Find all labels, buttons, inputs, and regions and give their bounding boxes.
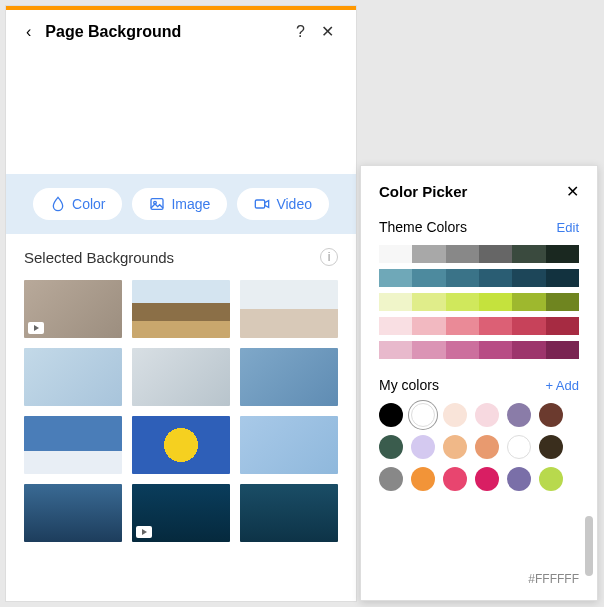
selected-backgrounds-label: Selected Backgrounds xyxy=(24,249,174,266)
theme-swatch[interactable] xyxy=(412,245,445,263)
my-colors-section: My colors + Add xyxy=(379,377,579,491)
background-thumb[interactable] xyxy=(24,484,122,542)
theme-swatch[interactable] xyxy=(512,317,545,335)
tab-video[interactable]: Video xyxy=(237,188,329,220)
background-thumb[interactable] xyxy=(132,416,230,474)
selected-backgrounds-header: Selected Backgrounds i xyxy=(6,234,356,280)
my-colors-grid xyxy=(379,403,579,491)
theme-swatch[interactable] xyxy=(412,341,445,359)
color-swatch[interactable] xyxy=(507,435,531,459)
color-swatch[interactable] xyxy=(539,435,563,459)
color-swatch[interactable] xyxy=(475,467,499,491)
theme-color-rows xyxy=(379,245,579,359)
add-color-link[interactable]: + Add xyxy=(545,378,579,393)
theme-swatch[interactable] xyxy=(546,317,579,335)
background-thumb[interactable] xyxy=(240,348,338,406)
theme-swatch[interactable] xyxy=(479,317,512,335)
video-badge-icon xyxy=(136,526,152,538)
color-swatch[interactable] xyxy=(443,435,467,459)
color-picker-panel: Color Picker ✕ Theme Colors Edit My colo… xyxy=(360,165,598,601)
theme-swatch[interactable] xyxy=(379,269,412,287)
background-thumb[interactable] xyxy=(240,416,338,474)
background-type-tabs: Color Image Video xyxy=(6,174,356,234)
panel-header: ‹ Page Background ? ✕ xyxy=(6,10,356,54)
color-swatch[interactable] xyxy=(475,403,499,427)
tab-image-label: Image xyxy=(171,196,210,212)
theme-swatch[interactable] xyxy=(446,341,479,359)
page-title: Page Background xyxy=(45,23,288,41)
theme-swatch[interactable] xyxy=(379,293,412,311)
theme-swatch[interactable] xyxy=(546,245,579,263)
theme-row xyxy=(379,317,579,335)
theme-colors-label: Theme Colors xyxy=(379,219,467,235)
theme-swatch[interactable] xyxy=(446,269,479,287)
color-swatch[interactable] xyxy=(411,435,435,459)
background-thumb[interactable] xyxy=(240,484,338,542)
color-swatch[interactable] xyxy=(443,467,467,491)
color-swatch[interactable] xyxy=(539,467,563,491)
background-thumb[interactable] xyxy=(24,416,122,474)
close-button[interactable]: ✕ xyxy=(313,20,342,43)
theme-swatch[interactable] xyxy=(379,317,412,335)
background-thumb[interactable] xyxy=(132,348,230,406)
theme-swatch[interactable] xyxy=(446,245,479,263)
theme-swatch[interactable] xyxy=(446,293,479,311)
color-swatch[interactable] xyxy=(507,467,531,491)
video-icon xyxy=(254,196,270,212)
background-thumb[interactable] xyxy=(132,280,230,338)
svg-rect-2 xyxy=(256,200,265,208)
video-badge-icon xyxy=(28,322,44,334)
image-icon xyxy=(149,196,165,212)
edit-theme-link[interactable]: Edit xyxy=(557,220,579,235)
theme-row xyxy=(379,293,579,311)
info-icon[interactable]: i xyxy=(320,248,338,266)
help-button[interactable]: ? xyxy=(288,21,313,43)
color-swatch[interactable] xyxy=(411,467,435,491)
theme-swatch[interactable] xyxy=(546,341,579,359)
theme-swatch[interactable] xyxy=(379,245,412,263)
my-colors-label: My colors xyxy=(379,377,439,393)
theme-swatch[interactable] xyxy=(446,317,479,335)
color-swatch[interactable] xyxy=(379,435,403,459)
color-swatch[interactable] xyxy=(411,403,435,427)
color-swatch[interactable] xyxy=(539,403,563,427)
background-thumb[interactable] xyxy=(132,484,230,542)
color-swatch[interactable] xyxy=(379,403,403,427)
theme-row xyxy=(379,341,579,359)
background-thumb[interactable] xyxy=(24,280,122,338)
theme-swatch[interactable] xyxy=(479,341,512,359)
theme-swatch[interactable] xyxy=(479,269,512,287)
theme-row xyxy=(379,245,579,263)
theme-swatch[interactable] xyxy=(512,245,545,263)
theme-swatch[interactable] xyxy=(479,245,512,263)
color-picker-close-button[interactable]: ✕ xyxy=(566,182,579,201)
tab-color[interactable]: Color xyxy=(33,188,122,220)
color-swatch[interactable] xyxy=(443,403,467,427)
svg-rect-0 xyxy=(151,199,163,210)
background-grid xyxy=(6,280,356,560)
empty-area xyxy=(6,54,356,174)
color-picker-title: Color Picker xyxy=(379,183,566,200)
color-swatch[interactable] xyxy=(507,403,531,427)
color-swatch[interactable] xyxy=(379,467,403,491)
background-thumb[interactable] xyxy=(24,348,122,406)
theme-colors-header: Theme Colors Edit xyxy=(379,219,579,235)
my-colors-header: My colors + Add xyxy=(379,377,579,393)
theme-swatch[interactable] xyxy=(512,341,545,359)
theme-swatch[interactable] xyxy=(412,269,445,287)
theme-swatch[interactable] xyxy=(546,269,579,287)
scrollbar[interactable] xyxy=(585,516,593,576)
background-thumb[interactable] xyxy=(240,280,338,338)
theme-swatch[interactable] xyxy=(546,293,579,311)
theme-swatch[interactable] xyxy=(512,293,545,311)
hex-value: #FFFFFF xyxy=(528,572,579,586)
theme-swatch[interactable] xyxy=(512,269,545,287)
theme-swatch[interactable] xyxy=(479,293,512,311)
theme-swatch[interactable] xyxy=(379,341,412,359)
droplet-icon xyxy=(50,196,66,212)
tab-image[interactable]: Image xyxy=(132,188,227,220)
theme-swatch[interactable] xyxy=(412,317,445,335)
color-swatch[interactable] xyxy=(475,435,499,459)
theme-swatch[interactable] xyxy=(412,293,445,311)
back-button[interactable]: ‹ xyxy=(20,21,37,43)
